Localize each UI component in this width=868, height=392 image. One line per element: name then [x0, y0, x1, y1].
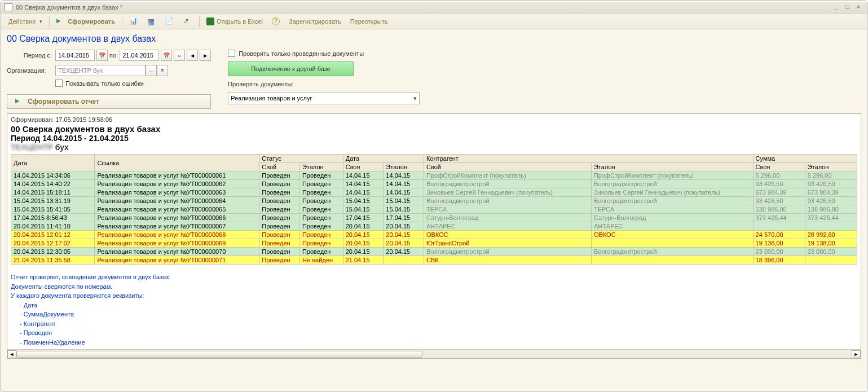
table-cell: Реализация товаров и услуг №УТ000000069 — [95, 239, 259, 248]
grid-button[interactable] — [143, 15, 160, 28]
table-row[interactable]: 20.04.2015 12:17:02Реализация товаров и … — [11, 239, 857, 248]
actions-label: Действия — [8, 18, 36, 25]
table-cell: Реализация товаров и услуг №УТ000000067 — [95, 222, 259, 231]
period-selector-button[interactable]: ↔ — [174, 50, 185, 61]
period-to-input[interactable] — [120, 50, 159, 61]
show-errors-checkbox[interactable] — [55, 80, 63, 87]
table-cell: Проведен — [299, 197, 343, 205]
reopen-button[interactable]: Переоткрыть — [346, 15, 392, 28]
table-cell: ТЕРСА — [424, 205, 592, 214]
table-cell: Проведен — [259, 239, 300, 248]
table-row[interactable]: 14.04.2015 14:34:06Реализация товаров и … — [11, 171, 857, 180]
th-date: Дата — [11, 155, 95, 171]
table-row[interactable]: 17.04.2015 8:56:43Реализация товаров и у… — [11, 214, 857, 222]
sheet-button[interactable] — [161, 15, 178, 28]
page-title: 00 Сверка документов в двух базах — [7, 34, 861, 44]
table-row[interactable]: 15.04.2015 15:41:05Реализация товаров и … — [11, 205, 857, 214]
note-indent: - Дата — [11, 301, 857, 310]
actions-menu[interactable]: Действия — [5, 15, 46, 28]
period-next-button[interactable]: ► — [200, 50, 211, 61]
table-cell: 5 296,00 — [753, 171, 805, 180]
table-cell: Реализация товаров и услуг №УТ000000071 — [95, 256, 259, 265]
th-etalon4: Эталон — [805, 163, 857, 171]
play-icon — [15, 97, 24, 106]
period-prev-button[interactable]: ◄ — [187, 50, 198, 61]
period-to-calendar-button[interactable]: 📅 — [161, 50, 172, 61]
minimize-button[interactable]: _ — [831, 3, 841, 12]
th-own-f1: Своя — [343, 163, 384, 171]
table-cell: 373 426,44 — [753, 214, 805, 222]
close-button[interactable]: × — [853, 3, 863, 12]
horizontal-scrollbar[interactable]: ◄ ► — [7, 349, 861, 358]
table-cell: 20.04.15 — [384, 248, 424, 256]
table-cell: ПрофСтройКомплект (покупатель) — [424, 171, 592, 180]
table-cell: 5 296,00 — [805, 171, 857, 180]
note-line: Документы сверяются по номерам. — [11, 282, 857, 292]
table-row[interactable]: 20.04.2015 11:41:10Реализация товаров и … — [11, 222, 857, 231]
org-select-button[interactable]: … — [146, 65, 157, 76]
table-cell: 14.04.15 — [384, 188, 424, 197]
toolbar: Действия Сформировать Открыть в Excel За… — [1, 14, 867, 29]
period-from-input[interactable] — [55, 50, 95, 61]
register-label: Зарегистрировать — [289, 18, 341, 25]
table-cell: Волгоградметрострой — [591, 248, 753, 256]
org-clear-button[interactable]: × — [157, 65, 168, 76]
table-cell: Проведен — [299, 248, 343, 256]
table-cell: 138 986,80 — [753, 205, 805, 214]
table-cell: Сатурн-Волгоград — [591, 214, 753, 222]
chart-button[interactable] — [125, 15, 142, 28]
report-table: Дата Ссылка Статус Дата Контрагент Сумма… — [11, 154, 857, 265]
table-cell: ОВКОС — [424, 231, 592, 239]
table-cell: 93 426,50 — [805, 180, 857, 188]
table-row[interactable]: 20.04.2015 12:30:05Реализация товаров и … — [11, 248, 857, 256]
table-cell: 20.04.15 — [384, 231, 424, 239]
report-timestamp: Сформирован: 17.05.2015 19:58:06 — [11, 116, 857, 123]
table-cell: 14.04.15 — [343, 188, 384, 197]
table-cell: Реализация товаров и услуг №УТ000000062 — [95, 180, 259, 188]
th-date2: Дата — [343, 155, 424, 163]
form-report-button[interactable]: Сформировать отчет — [7, 94, 211, 109]
table-cell: 93 426,50 — [753, 197, 805, 205]
check-posted-label: Проверять только проведенные документы — [239, 50, 364, 57]
grid-icon — [147, 17, 156, 26]
table-cell: 14.04.2015 14:34:06 — [11, 171, 95, 180]
open-excel-label: Открыть в Excel — [217, 18, 263, 25]
period-from-calendar-button[interactable]: 📅 — [96, 50, 108, 61]
org-label: Организация: — [7, 67, 52, 74]
register-button[interactable]: Зарегистрировать — [285, 15, 345, 28]
export-button[interactable] — [179, 15, 196, 28]
table-row[interactable]: 15.04.2015 13:31:19Реализация товаров и … — [11, 197, 857, 205]
report-period: Период 14.04.2015 - 21.04.2015 — [11, 134, 857, 143]
note-indent: - ПомеченНаУдаление — [11, 338, 857, 347]
play-icon — [56, 17, 65, 26]
table-row[interactable]: 14.04.2015 15:18:11Реализация товаров и … — [11, 188, 857, 197]
scroll-thumb[interactable] — [16, 351, 422, 358]
table-cell: 15.04.15 — [343, 197, 384, 205]
chart-icon — [129, 17, 138, 26]
open-excel-button[interactable]: Открыть в Excel — [202, 15, 267, 28]
table-cell: 673 984,39 — [805, 188, 857, 197]
connect-other-base-button[interactable]: Подключение к другой базе — [228, 61, 354, 76]
table-cell: ЮгТрансСтрой — [424, 239, 592, 248]
help-button[interactable] — [268, 15, 284, 28]
check-posted-checkbox[interactable] — [228, 50, 235, 57]
form-button[interactable]: Сформировать — [52, 15, 119, 28]
table-cell: 20.04.15 — [384, 222, 424, 231]
maximize-button[interactable]: □ — [842, 3, 852, 12]
table-cell: 20.04.2015 12:01:12 — [11, 231, 95, 239]
table-cell: Проведен — [259, 222, 300, 231]
table-cell: Не найден — [299, 256, 343, 265]
doc-type-select[interactable]: Реализация товаров и услуг ▾ — [228, 92, 420, 104]
org-input[interactable] — [55, 65, 146, 76]
scroll-left-button[interactable]: ◄ — [7, 350, 16, 358]
note-indent: - СуммаДокумента — [11, 310, 857, 319]
table-row[interactable]: 20.04.2015 12:01:12Реализация товаров и … — [11, 231, 857, 239]
table-cell — [591, 239, 753, 248]
table-cell: 14.04.15 — [343, 171, 384, 180]
table-cell: ТЕРСА — [591, 205, 753, 214]
table-cell: Реализация товаров и услуг №УТ000000063 — [95, 188, 259, 197]
scroll-right-button[interactable]: ► — [852, 350, 861, 358]
table-row[interactable]: 21.04.2015 11:35:58Реализация товаров и … — [11, 256, 857, 265]
table-cell: Проведен — [299, 222, 343, 231]
table-row[interactable]: 14.04.2015 14:40:22Реализация товаров и … — [11, 180, 857, 188]
